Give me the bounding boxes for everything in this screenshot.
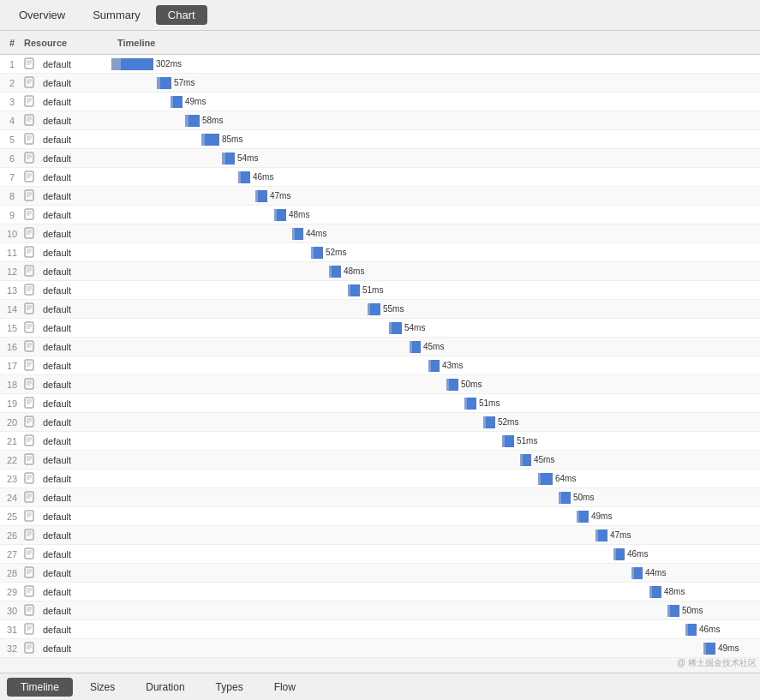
resource-name: default [43, 512, 111, 522]
table-row[interactable]: 12 default48ms [0, 262, 760, 281]
row-timeline-cell: 54ms [111, 319, 760, 337]
table-row[interactable]: 24 default50ms [0, 488, 760, 507]
receiving-bar [652, 586, 661, 598]
receiving-bar [392, 322, 402, 334]
duration-label: 44ms [306, 229, 326, 238]
table-row[interactable]: 26 default47ms [0, 526, 760, 545]
receiving-bar [449, 379, 458, 391]
svg-rect-76 [25, 416, 33, 427]
svg-rect-84 [25, 454, 33, 464]
table-row[interactable]: 32 default49ms [0, 639, 760, 658]
row-number: 11 [0, 248, 24, 258]
timeline-bar: 45ms [520, 454, 554, 466]
timeline-bar: 45ms [410, 341, 444, 353]
resource-icon [24, 547, 39, 561]
row-number: 4 [0, 116, 24, 126]
resource-name: default [43, 530, 111, 541]
table-row[interactable]: 15 default54ms [0, 319, 760, 338]
receiving-bar [616, 548, 625, 560]
table-row[interactable]: 27 default46ms [0, 545, 760, 564]
row-number: 24 [0, 493, 24, 503]
table-row[interactable]: 21 default51ms [0, 432, 760, 451]
resource-icon [24, 529, 39, 542]
resource-name: default [43, 323, 111, 333]
resource-icon [24, 472, 39, 486]
table-row[interactable]: 23 default64ms [0, 470, 760, 488]
receiving-bar [205, 134, 219, 146]
svg-rect-68 [25, 379, 33, 389]
timeline-bar: 48ms [274, 209, 309, 221]
resource-icon [24, 246, 39, 260]
resource-icon [24, 434, 39, 448]
receiving-bar [670, 605, 679, 617]
table-row[interactable]: 3 default49ms [0, 93, 760, 111]
top-nav-tab-overview[interactable]: Overview [7, 5, 77, 25]
row-number: 8 [0, 191, 24, 201]
table-row[interactable]: 19 default51ms [0, 394, 760, 413]
table-row[interactable]: 7 default46ms [0, 168, 760, 187]
resource-icon [24, 585, 39, 599]
duration-label: 47ms [610, 530, 631, 540]
top-nav-tab-chart[interactable]: Chart [156, 5, 207, 25]
resource-name: default [43, 285, 111, 296]
row-number: 14 [0, 304, 24, 314]
table-row[interactable]: 16 default45ms [0, 338, 760, 356]
table-row[interactable]: 18 default50ms [0, 375, 760, 394]
bottom-nav-tab-duration[interactable]: Duration [132, 678, 198, 697]
resource-icon [24, 623, 39, 637]
receiving-bar [370, 303, 380, 315]
table-row[interactable]: 30 default50ms [0, 601, 760, 620]
row-timeline-cell: 54ms [111, 149, 760, 167]
table-row[interactable]: 20 default52ms [0, 413, 760, 432]
resource-icon [24, 510, 39, 524]
table-row[interactable]: 5 default85ms [0, 130, 760, 149]
row-timeline-cell: 58ms [111, 111, 760, 129]
duration-label: 43ms [442, 361, 463, 370]
table-row[interactable]: 14 default55ms [0, 300, 760, 319]
table-row[interactable]: 31 default46ms [0, 620, 760, 639]
table-row[interactable]: 11 default52ms [0, 243, 760, 262]
row-timeline-cell: 47ms [111, 526, 760, 544]
row-number: 29 [0, 587, 24, 597]
receiving-bar [541, 473, 553, 485]
svg-rect-100 [25, 529, 33, 540]
resource-icon [24, 227, 39, 241]
receiving-bar [350, 284, 360, 296]
bottom-nav-tab-types[interactable]: Types [202, 678, 257, 697]
resource-name: default [43, 304, 111, 314]
table-row[interactable]: 28 default44ms [0, 564, 760, 583]
table-row[interactable]: 4 default58ms [0, 111, 760, 130]
svg-rect-44 [25, 266, 33, 276]
bottom-nav-tab-sizes[interactable]: Sizes [76, 678, 129, 697]
svg-rect-112 [25, 586, 33, 596]
svg-rect-28 [25, 190, 33, 200]
table-row[interactable]: 1 default302ms [0, 55, 760, 74]
duration-label: 47ms [270, 191, 290, 200]
table-row[interactable]: 8 default47ms [0, 187, 760, 206]
top-nav-tab-summary[interactable]: Summary [81, 5, 153, 25]
svg-rect-60 [25, 341, 33, 351]
table-row[interactable]: 9 default48ms [0, 206, 760, 224]
resource-name: default [43, 436, 111, 446]
watermark: @ 稀土掘金技术社区 [677, 657, 757, 669]
table-row[interactable]: 2 default57ms [0, 74, 760, 93]
duration-label: 54ms [237, 153, 258, 163]
table-row[interactable]: 25 default49ms [0, 507, 760, 526]
row-timeline-cell: 49ms [111, 507, 760, 525]
table-row[interactable]: 22 default45ms [0, 451, 760, 470]
bottom-nav-tab-timeline[interactable]: Timeline [7, 678, 73, 697]
table-row[interactable]: 13 default51ms [0, 281, 760, 300]
resource-icon [24, 76, 39, 90]
bottom-nav-tab-flow[interactable]: Flow [260, 678, 309, 697]
row-number: 20 [0, 417, 24, 428]
table-row[interactable]: 10 default44ms [0, 224, 760, 243]
receiving-bar [241, 171, 250, 183]
table-row[interactable]: 17 default43ms [0, 356, 760, 375]
table-row[interactable]: 29 default48ms [0, 583, 760, 601]
receiving-bar [332, 266, 341, 278]
timeline-bar: 49ms [703, 643, 739, 655]
duration-label: 49ms [185, 97, 206, 106]
receiving-bar [258, 190, 267, 202]
table-row[interactable]: 6 default54ms [0, 149, 760, 168]
row-timeline-cell: 46ms [111, 168, 760, 186]
